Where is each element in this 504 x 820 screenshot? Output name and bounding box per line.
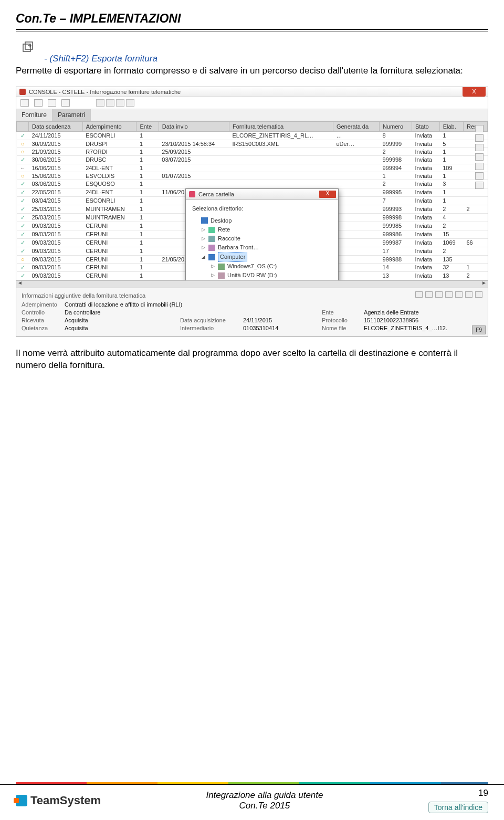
- cell-gen: [333, 196, 379, 205]
- cell-stato: Inviata: [412, 180, 439, 188]
- after-text: Il nome verrà attribuito automaticamente…: [16, 348, 488, 372]
- tab-parametri[interactable]: Parametri: [52, 109, 91, 121]
- tab-forniture[interactable]: Forniture: [16, 109, 52, 121]
- export-side-icon[interactable]: [475, 182, 484, 189]
- cell-stato: Inviata: [412, 131, 439, 140]
- up-icon[interactable]: [435, 291, 443, 298]
- val-prot: 15110210022338956: [364, 317, 482, 323]
- cell-scadenza: 15/06/2015: [29, 172, 83, 180]
- lbl-int: Intermediario: [180, 325, 243, 331]
- cell-forn: [229, 155, 333, 164]
- cell-num: 999987: [380, 238, 412, 247]
- doc-new-icon[interactable]: [475, 125, 484, 132]
- camera-icon[interactable]: [20, 99, 29, 107]
- app-screenshot: CONSOLE - CSTELE - Interrogazione fornit…: [16, 87, 488, 337]
- nav-next-icon[interactable]: [116, 99, 124, 107]
- cell-stato: Inviata: [412, 172, 439, 180]
- row-status-icon: ✓: [17, 271, 29, 280]
- down2-icon[interactable]: [455, 291, 463, 298]
- apply-icon[interactable]: [445, 291, 453, 298]
- nav-first-icon[interactable]: [96, 99, 104, 107]
- node-dvd[interactable]: Unità DVD RW (D:): [227, 271, 277, 280]
- cell-forn: [229, 164, 333, 172]
- refresh-icon[interactable]: [465, 291, 472, 298]
- table-row[interactable]: ✓03/06/2015ESQUOSO12Inviata3: [17, 180, 488, 188]
- cell-num: 2: [380, 148, 412, 155]
- horizontal-scrollbar[interactable]: [16, 280, 488, 288]
- table-row[interactable]: ✓24/11/2015ESCONRLI1ELCORE_ZINETTIRIS_4_…: [17, 131, 488, 140]
- cell-ademp: 24DL-ENT: [82, 188, 136, 196]
- table-row[interactable]: ○15/06/2015ESVOLDIS101/07/20151Inviata1: [17, 172, 488, 180]
- cell-resp: 1: [463, 263, 487, 271]
- cell-ademp: MUINTRAMEN: [82, 205, 136, 213]
- nav-last-icon[interactable]: [126, 99, 134, 107]
- cell-ademp: CERUNI: [82, 271, 136, 280]
- sum-icon[interactable]: [475, 163, 484, 170]
- cell-ente: 1: [136, 247, 159, 255]
- lock-icon[interactable]: [475, 144, 484, 151]
- info-tool-icons: [415, 291, 482, 298]
- cell-ademp: ESCONRLI: [82, 196, 136, 205]
- nav-right-icon[interactable]: [475, 134, 484, 142]
- table-row[interactable]: ←16/06/201524DL-ENT1999994Inviata109: [17, 164, 488, 172]
- table-row[interactable]: ○21/09/2015R7ORDI125/09/20152Inviata1: [17, 148, 488, 155]
- cell-scadenza: 21/09/2015: [29, 148, 83, 155]
- tabs: Forniture Parametri: [16, 109, 488, 121]
- node-raccolte[interactable]: Raccolte: [218, 234, 240, 243]
- cell-num: 17: [380, 247, 412, 255]
- table-row[interactable]: ○30/09/2015DRUSPI123/10/2015 14:58:34IRS…: [17, 140, 488, 148]
- f9-button[interactable]: F9: [472, 325, 486, 334]
- node-desktop[interactable]: Desktop: [211, 216, 232, 225]
- help-icon[interactable]: [61, 99, 70, 107]
- page-footer: TeamSystem Integrazione alla guida utent…: [0, 784, 504, 820]
- cell-ademp: MUINTRAMEN: [82, 213, 136, 222]
- row-status-icon: ←: [17, 164, 29, 172]
- lbl-file: Nome file: [322, 325, 364, 331]
- cell-scadenza: 09/03/2015: [29, 255, 83, 263]
- cell-elab: 1: [439, 155, 463, 164]
- node-win7[interactable]: Windows7_OS (C:): [227, 262, 277, 271]
- window-title: CONSOLE - CSTELE - Interrogazione fornit…: [29, 89, 181, 95]
- cell-resp: [463, 188, 487, 196]
- cell-ente: 1: [136, 164, 159, 172]
- cell-gen: [333, 271, 379, 280]
- col-forn: Fornitura telematica: [229, 121, 333, 131]
- cell-forn: ELCORE_ZINETTIRIS_4_RL…: [229, 131, 333, 140]
- cell-num: 999988: [380, 255, 412, 263]
- row-status-icon: ○: [17, 255, 29, 263]
- print-icon[interactable]: [34, 99, 43, 107]
- cell-elab: 109: [439, 164, 463, 172]
- upload-icon[interactable]: [48, 99, 56, 107]
- node-rete[interactable]: Rete: [218, 225, 230, 234]
- cell-ente: 1: [136, 230, 159, 238]
- dialog-close-button[interactable]: X: [319, 191, 336, 198]
- cell-forn: [229, 172, 333, 180]
- window-close-button[interactable]: X: [463, 87, 486, 97]
- doc-title: Con.Te – IMPLEMENTAZIONI: [16, 12, 488, 26]
- stop-icon[interactable]: [475, 153, 484, 161]
- cell-gen: [333, 155, 379, 164]
- delete-icon[interactable]: [475, 291, 482, 298]
- col-status: [17, 121, 29, 131]
- toc-link[interactable]: Torna all'indice: [428, 802, 488, 813]
- lbl-quiet: Quietanza: [22, 325, 65, 331]
- node-user[interactable]: Barbara Tront…: [218, 243, 259, 252]
- table-row[interactable]: ✓30/06/2015DRUSC103/07/2015999998Inviata…: [17, 155, 488, 164]
- row-status-icon: ✓: [17, 238, 29, 247]
- cell-ademp: CERUNI: [82, 247, 136, 255]
- cell-stato: Inviata: [412, 247, 439, 255]
- collections-icon: [208, 236, 215, 242]
- cell-ente: 1: [136, 238, 159, 247]
- cell-stato: Inviata: [412, 271, 439, 280]
- nav-prev-icon[interactable]: [106, 99, 114, 107]
- dialog-icon: [189, 191, 195, 197]
- down-icon[interactable]: [475, 172, 484, 180]
- cell-ademp: 24DL-ENT: [82, 164, 136, 172]
- cell-ente: 1: [136, 188, 159, 196]
- footer-line1: Integrazione alla guida utente: [101, 790, 428, 801]
- row-status-icon: ✓: [17, 222, 29, 230]
- node-computer[interactable]: Computer: [218, 252, 247, 262]
- open-icon[interactable]: [425, 291, 433, 298]
- row-status-icon: ✓: [17, 230, 29, 238]
- new-icon[interactable]: [415, 291, 423, 298]
